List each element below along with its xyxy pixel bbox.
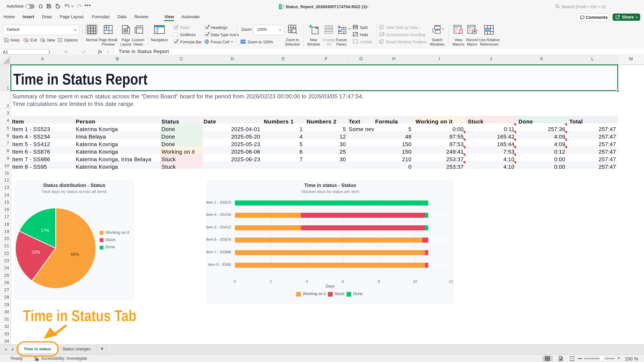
svg-text:!: ! bbox=[37, 358, 38, 361]
